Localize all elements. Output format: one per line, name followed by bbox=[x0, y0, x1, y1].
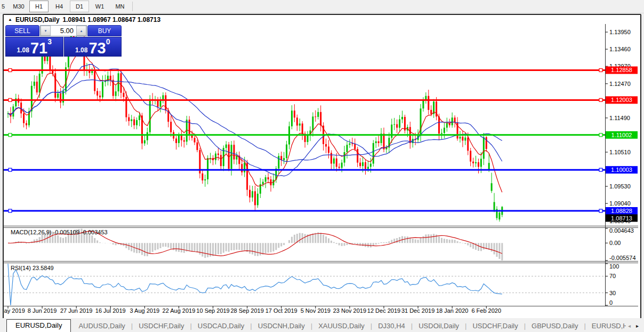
chart-tab-gbpusd-daily[interactable]: GBPUSD,Daily bbox=[526, 320, 583, 332]
macd-axis-label: 0.00 bbox=[609, 240, 621, 246]
sell-price-display[interactable]: 1.08 71 3 bbox=[5, 37, 63, 57]
candle-body bbox=[241, 164, 243, 172]
chart-tab-audusd-daily[interactable]: AUDUSD,Daily bbox=[73, 320, 130, 332]
candle-body bbox=[312, 116, 313, 130]
candle-body bbox=[252, 191, 253, 197]
candle-body bbox=[159, 100, 161, 107]
level-line-handle[interactable] bbox=[9, 168, 12, 171]
sell-price-small: 1.08 bbox=[17, 47, 29, 55]
level-line-handle[interactable] bbox=[9, 68, 12, 72]
level-line-handle[interactable] bbox=[599, 98, 602, 101]
buy-price-display[interactable]: 1.08 73 0 bbox=[64, 37, 122, 57]
level-line-handle[interactable] bbox=[599, 209, 602, 212]
candle-body bbox=[286, 145, 287, 159]
candle-body bbox=[115, 91, 117, 96]
candle-body bbox=[144, 140, 146, 144]
chart-tab-xauusd-daily[interactable]: XAUUSD,Daily bbox=[313, 320, 370, 332]
candle-body bbox=[339, 167, 340, 168]
candle-body bbox=[181, 135, 182, 140]
timeframe-toolbar: 5 M30 H1 H4 D1 W1 MN bbox=[0, 0, 644, 13]
candle-body bbox=[196, 143, 198, 150]
candle-body bbox=[478, 162, 479, 167]
candle-body bbox=[488, 163, 490, 170]
candle-body bbox=[480, 159, 482, 167]
date-axis-label: 31 Dec 2019 bbox=[401, 307, 434, 314]
price-axis-label: 1.11490 bbox=[609, 115, 630, 121]
timeframe-button-m30[interactable]: M30 bbox=[9, 1, 28, 12]
candle-body bbox=[362, 162, 364, 166]
level-line-handle[interactable] bbox=[599, 68, 602, 72]
chart-plot-area[interactable]: 1.139501.134601.129701.124701.114901.105… bbox=[4, 24, 638, 316]
volume-increase-icon[interactable]: ▲ bbox=[76, 26, 86, 36]
chart-tab-usdchf-daily[interactable]: USDCHF,Daily bbox=[467, 320, 523, 332]
macd-axis-label: 0.004643 bbox=[609, 227, 634, 234]
level-line-handle[interactable] bbox=[9, 209, 12, 212]
volume-field[interactable]: 5.00 bbox=[51, 26, 76, 36]
candle-body bbox=[467, 138, 469, 151]
timeframe-button-h4[interactable]: H4 bbox=[50, 1, 69, 12]
candle-body bbox=[220, 155, 222, 166]
candle-body bbox=[194, 138, 196, 143]
chart-tab-usdcnh-daily[interactable]: USDCNH,Daily bbox=[253, 320, 310, 332]
candle-body bbox=[420, 108, 422, 136]
timeframe-button-d1[interactable]: D1 bbox=[70, 1, 89, 12]
candle-body bbox=[441, 133, 442, 133]
candle-body bbox=[320, 112, 321, 126]
candle-body bbox=[231, 145, 232, 169]
timeframe-button-m5[interactable]: 5 bbox=[0, 1, 8, 12]
level-line-handle[interactable] bbox=[9, 133, 12, 137]
level-line-handle[interactable] bbox=[599, 133, 602, 137]
candle-body bbox=[26, 123, 27, 125]
chart-canvas[interactable]: 1.139501.134601.129701.124701.114901.105… bbox=[4, 24, 638, 316]
candle-body bbox=[325, 144, 327, 147]
chart-tab-eurusd-daily[interactable]: EURUSD,Daily bbox=[6, 319, 71, 332]
tab-scroll-right-icon[interactable]: ▸ bbox=[636, 323, 639, 329]
candle-body bbox=[270, 179, 272, 185]
candle-body bbox=[23, 113, 25, 123]
candle-body bbox=[218, 154, 219, 155]
date-axis-label: 5 Nov 2019 bbox=[301, 307, 331, 314]
candle-body bbox=[204, 179, 206, 180]
candle-body bbox=[336, 159, 337, 167]
candle-body bbox=[399, 120, 400, 128]
chart-tab-dj30-h4[interactable]: DJ30,H4 bbox=[373, 320, 410, 332]
candle-body bbox=[383, 133, 384, 149]
date-axis-label: 27 Jun 2019 bbox=[60, 307, 93, 314]
chart-tab-usdchf-daily[interactable]: USDCHF,Daily bbox=[133, 320, 189, 332]
buy-button[interactable]: BUY bbox=[87, 25, 122, 36]
candle-body bbox=[299, 123, 301, 125]
timeframe-button-w1[interactable]: W1 bbox=[90, 1, 109, 12]
candle-body bbox=[444, 128, 445, 133]
tab-scroll-left-icon[interactable]: ◂ bbox=[628, 323, 631, 329]
candle-body bbox=[462, 137, 463, 140]
level-line-handle[interactable] bbox=[599, 168, 602, 171]
candle-body bbox=[430, 110, 432, 114]
date-axis-label: 3 Aug 2019 bbox=[130, 307, 160, 314]
date-axis-label: 21 May 2019 bbox=[4, 307, 25, 314]
candle-body bbox=[464, 138, 466, 141]
candle-body bbox=[315, 116, 316, 117]
sell-button[interactable]: SELL bbox=[5, 25, 39, 36]
price-tag-label: 1.08828 bbox=[611, 208, 632, 214]
timeframe-button-h1[interactable]: H1 bbox=[29, 1, 49, 12]
chart-tab-eurusd-h1[interactable]: EURUSD,H1 bbox=[586, 320, 626, 332]
chart-tab-bar: EURUSD,DailyAUDUSD,Daily|USDCHF,Daily|US… bbox=[0, 318, 644, 332]
candle-body bbox=[36, 82, 38, 92]
candle-body bbox=[317, 112, 319, 117]
level-line-handle[interactable] bbox=[9, 98, 12, 101]
macd-label: MACD(12,26,9) -0.005109 -0.003453 bbox=[11, 229, 108, 235]
date-axis: 21 May 20198 Jun 201927 Jun 201916 Jul 2… bbox=[4, 306, 501, 314]
candle-body bbox=[459, 137, 461, 138]
chart-tab-usdcad-daily[interactable]: USDCAD,Daily bbox=[192, 320, 249, 332]
collapse-triangle-icon[interactable]: ▲ bbox=[8, 17, 12, 21]
candle-body bbox=[446, 123, 448, 128]
candle-body bbox=[401, 117, 403, 120]
chart-tab-usdoil-daily[interactable]: USDOil,Daily bbox=[413, 320, 464, 332]
candle-body bbox=[49, 56, 51, 69]
candle-body bbox=[328, 147, 329, 153]
candle-body bbox=[94, 71, 95, 91]
candle-body bbox=[165, 95, 166, 110]
timeframe-button-mn[interactable]: MN bbox=[110, 1, 130, 12]
price-tag-label: 1.11002 bbox=[611, 132, 632, 138]
volume-decrease-icon[interactable]: ▼ bbox=[41, 26, 51, 36]
